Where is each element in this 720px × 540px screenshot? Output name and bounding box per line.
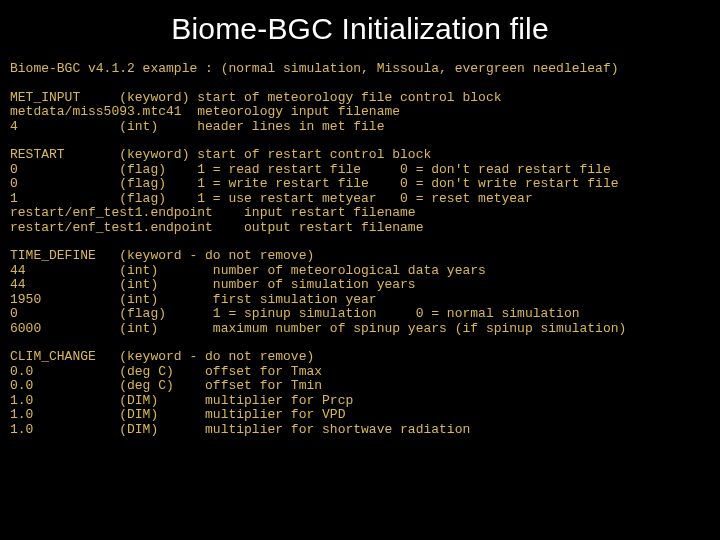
section-restart: RESTART (keyword) start of restart contr… (10, 148, 710, 235)
section-clim-change: CLIM_CHANGE (keyword - do not remove) 0.… (10, 350, 710, 437)
slide: Biome-BGC Initialization file Biome-BGC … (0, 0, 720, 540)
page-title: Biome-BGC Initialization file (10, 12, 710, 46)
header-line: Biome-BGC v4.1.2 example : (normal simul… (10, 62, 710, 77)
section-time-define: TIME_DEFINE (keyword - do not remove) 44… (10, 249, 710, 336)
section-met-input: MET_INPUT (keyword) start of meteorology… (10, 91, 710, 135)
